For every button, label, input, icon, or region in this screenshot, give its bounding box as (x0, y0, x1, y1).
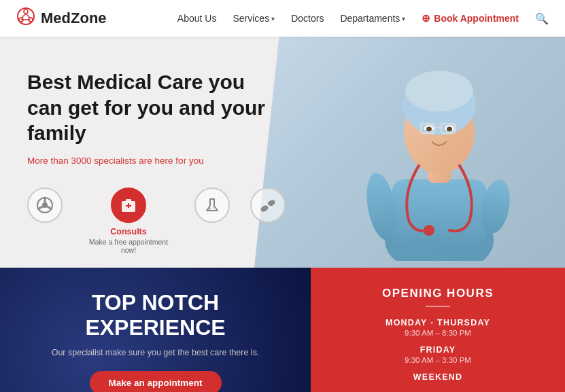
chevron-down-icon: ▾ (402, 15, 405, 22)
consults-sublabel: Make a free appointment now! (83, 238, 174, 254)
experience-title: TOP NOTCH EXPERIENCE (52, 290, 260, 340)
experience-content: TOP NOTCH EXPERIENCE Our specialist make… (52, 290, 260, 392)
hero-section: Best Medical Care you can get for you an… (0, 37, 565, 268)
svg-rect-26 (126, 199, 131, 202)
logo[interactable]: MedZone (16, 7, 107, 30)
consults-icon-circle (111, 188, 146, 223)
header: MedZone About Us Services ▾ Doctors Depa… (0, 0, 565, 37)
hero-service-icons: Consults Make a free appointment now! (27, 188, 286, 254)
hours-row-monday: MONDAY - THURSDAY 9:30 AM – 8:30 PM (335, 318, 541, 337)
hero-content: Best Medical Care you can get for you an… (0, 37, 313, 268)
radiation-icon-circle (27, 188, 63, 223)
opening-hours-title: OPENING HOURS (335, 287, 541, 300)
monday-thursday-time: 9:30 AM – 8:30 PM (335, 329, 541, 337)
pills-icon-circle (250, 188, 286, 223)
hero-subtitle: More than 3000 specialists are here for … (27, 156, 286, 166)
logo-text: MedZone (41, 10, 107, 27)
bottom-section: TOP NOTCH EXPERIENCE Our specialist make… (0, 268, 565, 392)
hours-row-friday: FRIDAY 9:30 AM – 3:30 PM (335, 345, 541, 364)
weekend-label: WEEKEND (335, 372, 541, 382)
lab-icon-circle (194, 188, 230, 223)
main-nav: About Us Services ▾ Doctors Departaments… (177, 12, 549, 25)
experience-subtitle: Our specialist make sure you get the bes… (52, 348, 260, 357)
chevron-down-icon: ▾ (271, 15, 275, 22)
svg-point-16 (447, 127, 452, 132)
search-icon[interactable]: 🔍 (535, 12, 549, 25)
nav-doctors[interactable]: Doctors (291, 13, 324, 24)
service-icon-consults[interactable]: Consults Make a free appointment now! (83, 188, 174, 254)
svg-point-15 (426, 127, 432, 132)
nav-departments[interactable]: Departaments ▾ (340, 13, 405, 24)
svg-rect-28 (126, 205, 131, 207)
nav-services[interactable]: Services ▾ (233, 13, 275, 24)
svg-line-5 (26, 14, 31, 18)
hero-title: Best Medical Care you can get for you an… (27, 69, 286, 146)
target-icon: ⊕ (422, 12, 430, 24)
svg-point-30 (208, 207, 211, 210)
opening-hours-panel: OPENING HOURS MONDAY - THURSDAY 9:30 AM … (311, 268, 565, 392)
nav-about[interactable]: About Us (177, 13, 217, 24)
logo-icon (16, 7, 35, 30)
hours-row-weekend: WEEKEND (335, 372, 541, 382)
svg-point-20 (424, 225, 434, 236)
make-appointment-button[interactable]: Make an appointment (90, 371, 222, 392)
svg-point-31 (213, 207, 215, 209)
svg-point-12 (405, 71, 473, 111)
consults-label: Consults (110, 227, 146, 236)
svg-point-1 (24, 10, 28, 14)
svg-point-33 (267, 198, 276, 207)
experience-panel: TOP NOTCH EXPERIENCE Our specialist make… (0, 268, 311, 392)
monday-thursday-label: MONDAY - THURSDAY (335, 318, 541, 327)
doctor-image (341, 43, 538, 261)
service-icon-lab[interactable] (194, 188, 230, 223)
svg-rect-8 (392, 179, 487, 247)
svg-line-4 (21, 14, 26, 18)
friday-time: 9:30 AM – 3:30 PM (335, 356, 541, 364)
service-icon-pills[interactable] (250, 188, 286, 223)
opening-divider (426, 306, 450, 307)
friday-label: FRIDAY (335, 345, 541, 355)
book-appointment-button[interactable]: ⊕ Book Appointment (422, 12, 519, 24)
service-icon-radiation[interactable] (27, 188, 63, 223)
